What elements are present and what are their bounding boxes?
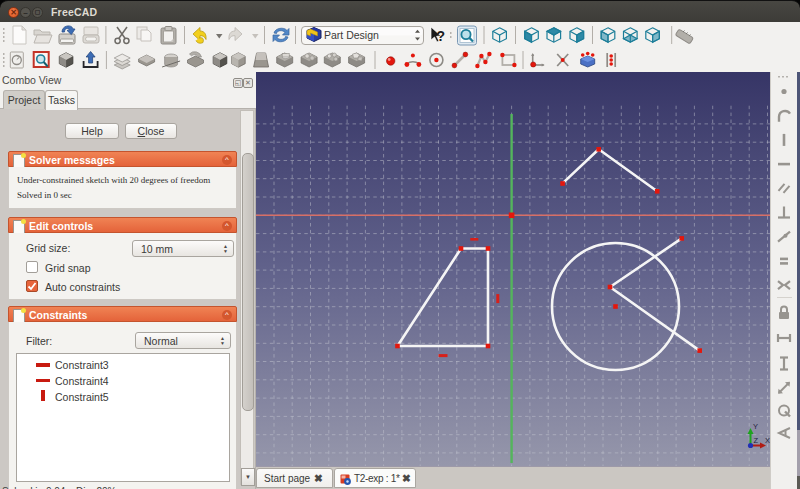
svg-text:Part Design: Part Design (324, 29, 379, 41)
svg-text:?: ? (437, 28, 446, 44)
svg-text:Z: Z (754, 436, 759, 445)
svg-text:Y: Y (753, 422, 758, 431)
